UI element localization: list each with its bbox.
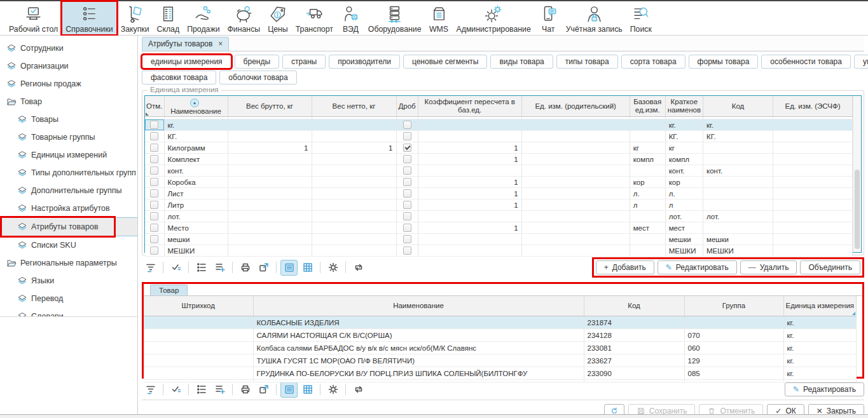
units-col-header[interactable]: Коэффициент пересчета в баз.ед. bbox=[418, 96, 521, 117]
sidebar-item-атрибуты-товаров[interactable]: Атрибуты товаров bbox=[0, 217, 137, 236]
sidebar-item-товарные-группы[interactable]: Товарные группы bbox=[0, 128, 137, 146]
sidebar-item-списки-sku[interactable]: Списки SKU bbox=[0, 236, 137, 254]
checkbox[interactable] bbox=[403, 212, 411, 220]
units-col-header[interactable]: Отм. bbox=[145, 96, 164, 117]
settings-button[interactable] bbox=[324, 382, 341, 398]
products-table-row[interactable]: КОЛБАСНЫЕ ИЗДЕЛИЯ231874кг. bbox=[144, 316, 857, 329]
sidebar-item-языки[interactable]: Языки bbox=[0, 272, 137, 290]
units-col-header[interactable]: Базовая ед.изм. bbox=[630, 96, 665, 117]
sidebar-item-дополнительные-группы[interactable]: Дополнительные группы bbox=[0, 182, 137, 199]
checkbox[interactable] bbox=[150, 132, 158, 140]
refresh-loop-button[interactable] bbox=[350, 260, 367, 276]
list-view-button[interactable] bbox=[280, 382, 298, 398]
subtab-типы-товара[interactable]: типы товара bbox=[556, 55, 618, 69]
subtab-страны[interactable]: страны bbox=[282, 55, 326, 69]
toolbar-item-ved[interactable]: ВЭД bbox=[337, 1, 364, 35]
checkbox[interactable] bbox=[403, 201, 411, 209]
units-col-header[interactable]: Дроб bbox=[396, 96, 418, 117]
products-table-row[interactable]: ТУШКА ГУСЯТ 1С МОР(ОАО П/Ф ВЕЛЯТИЧИ)2336… bbox=[144, 354, 857, 367]
filter-button[interactable] bbox=[142, 260, 159, 276]
products-col-header[interactable]: Единица измерения bbox=[783, 296, 857, 316]
units-col-header[interactable]: Вес нетто, кг bbox=[312, 96, 396, 117]
checkbox[interactable] bbox=[150, 201, 158, 209]
numbered-list-button[interactable] bbox=[193, 260, 210, 276]
units-table-row[interactable]: Литр1лл bbox=[145, 199, 853, 211]
refresh-loop-button[interactable] bbox=[350, 382, 367, 398]
sidebar-item-товар[interactable]: Товар bbox=[0, 93, 137, 111]
products-col-header[interactable]: Наименование bbox=[253, 296, 584, 316]
checkbox[interactable] bbox=[403, 178, 411, 186]
checkbox[interactable] bbox=[403, 246, 411, 255]
subtab-сорта-товара[interactable]: сорта товара bbox=[621, 55, 685, 69]
subtab-оболочки-товара[interactable]: оболочки товара bbox=[219, 71, 296, 84]
checkbox[interactable] bbox=[403, 144, 411, 152]
units-table-scrollbar[interactable] bbox=[853, 96, 861, 252]
units-col-header[interactable]: Вес брутто, кг bbox=[228, 96, 312, 117]
grid-view-button[interactable] bbox=[299, 260, 316, 276]
checkbox[interactable] bbox=[150, 178, 158, 186]
units-col-header[interactable]: Краткое наименов bbox=[665, 96, 703, 117]
subtab-особенности-товара[interactable]: особенности товара bbox=[761, 55, 851, 69]
sidebar-item-регионы-продаж[interactable]: Регионы продаж bbox=[0, 75, 137, 93]
units-table-row[interactable]: конт.конт.конт. bbox=[145, 165, 853, 177]
products-table-row[interactable]: Колбаса салями БАРБАДОС в/у в/к в/с мясн… bbox=[144, 342, 857, 354]
toolbar-item-warehouse[interactable]: Склад bbox=[153, 1, 184, 35]
sidebar-item-единицы-измерений[interactable]: Единицы измерений bbox=[0, 146, 137, 164]
checkbox[interactable] bbox=[150, 246, 158, 255]
sidebar-item-типы-дополнительных-групп[interactable]: Типы дополнительных групп bbox=[0, 164, 137, 182]
toolbar-item-desktop[interactable]: Рабочий стол bbox=[5, 1, 62, 35]
edit-product-button[interactable]: ✎ Редактировать bbox=[785, 382, 864, 396]
units-table-row[interactable]: Лист1л.л. bbox=[145, 188, 853, 199]
sidebar-item-словари[interactable]: Словари bbox=[0, 307, 137, 317]
close-icon[interactable]: × bbox=[218, 41, 223, 47]
subtab-производители[interactable]: производители bbox=[329, 55, 400, 69]
sidebar-item-сотрудники[interactable]: Сотрудники bbox=[0, 39, 137, 57]
list-add-button[interactable] bbox=[211, 382, 228, 398]
toolbar-item-admin[interactable]: Администрирование bbox=[453, 1, 535, 35]
checkbox[interactable] bbox=[403, 155, 411, 163]
units-table-row[interactable]: Килограмм111кгкг bbox=[145, 142, 853, 154]
units-col-header[interactable]: Код bbox=[703, 96, 773, 117]
units-col-header[interactable]: Ед. изм. (родительский) bbox=[521, 96, 630, 117]
subtab-ценовые-сегменты[interactable]: ценовые сегменты bbox=[403, 55, 487, 69]
toolbar-item-transport[interactable]: Транспорт bbox=[292, 1, 337, 35]
checkbox[interactable] bbox=[150, 166, 158, 175]
products-col-header[interactable]: Группа bbox=[684, 296, 783, 316]
checkbox[interactable] bbox=[403, 121, 411, 129]
products-table-row[interactable]: САЛЯМИ НАСТОЯЩАЯ С/К В/С(ОРША)234128070к… bbox=[144, 329, 857, 342]
checkbox[interactable] bbox=[403, 224, 411, 232]
list-view-button[interactable] bbox=[280, 260, 298, 276]
print-button[interactable] bbox=[237, 382, 254, 398]
checkbox[interactable] bbox=[150, 155, 158, 163]
checkbox[interactable] bbox=[150, 224, 158, 232]
checkbox[interactable] bbox=[150, 212, 158, 220]
print-button[interactable] bbox=[237, 260, 254, 276]
checkbox[interactable] bbox=[150, 121, 158, 129]
numbered-list-button[interactable] bbox=[193, 382, 210, 398]
checkbox[interactable] bbox=[150, 235, 158, 243]
checkbox[interactable] bbox=[150, 189, 158, 198]
toolbar-item-wms[interactable]: WMS bbox=[425, 1, 453, 35]
units-table-row[interactable]: кг.кг.кг. bbox=[145, 119, 853, 131]
export-button[interactable] bbox=[255, 260, 272, 276]
toolbar-item-equipment[interactable]: Оборудование bbox=[364, 1, 425, 35]
grid-view-button[interactable] bbox=[299, 382, 316, 398]
checkbox[interactable] bbox=[403, 132, 411, 140]
subtab-бренды[interactable]: бренды bbox=[235, 55, 279, 69]
products-col-header[interactable]: Штрихкод bbox=[144, 296, 253, 316]
sidebar-item-региональные-параметры[interactable]: Региональные параметры bbox=[0, 254, 137, 272]
toolbar-item-prices[interactable]: Цены bbox=[264, 1, 292, 35]
toolbar-item-catalogs[interactable]: Справочники bbox=[62, 1, 117, 35]
units-col-header[interactable]: ▲Наименование bbox=[164, 96, 228, 117]
export-button[interactable] bbox=[255, 382, 272, 398]
subtab-фасовки-товара[interactable]: фасовки товара bbox=[142, 71, 216, 84]
units-col-header[interactable]: Ед. изм. (ЭСЧФ) bbox=[773, 96, 853, 117]
units-table-row[interactable]: Коробка1коркор bbox=[145, 177, 853, 188]
apply-filter-button[interactable] bbox=[167, 260, 184, 276]
subtab-единицы-измерения[interactable]: единицы измерения bbox=[142, 55, 231, 69]
products-col-header[interactable]: Код bbox=[584, 296, 684, 316]
products-table-row[interactable]: ГРУДИНКА ПО-БЕЛОРУСКИ В/У ПОРЦ.ПР.ИЗ ШПИ… bbox=[144, 367, 857, 380]
checkbox[interactable] bbox=[150, 144, 158, 152]
sidebar-item-организации[interactable]: Организации bbox=[0, 57, 137, 75]
add-button[interactable]: +Добавить bbox=[596, 260, 654, 274]
